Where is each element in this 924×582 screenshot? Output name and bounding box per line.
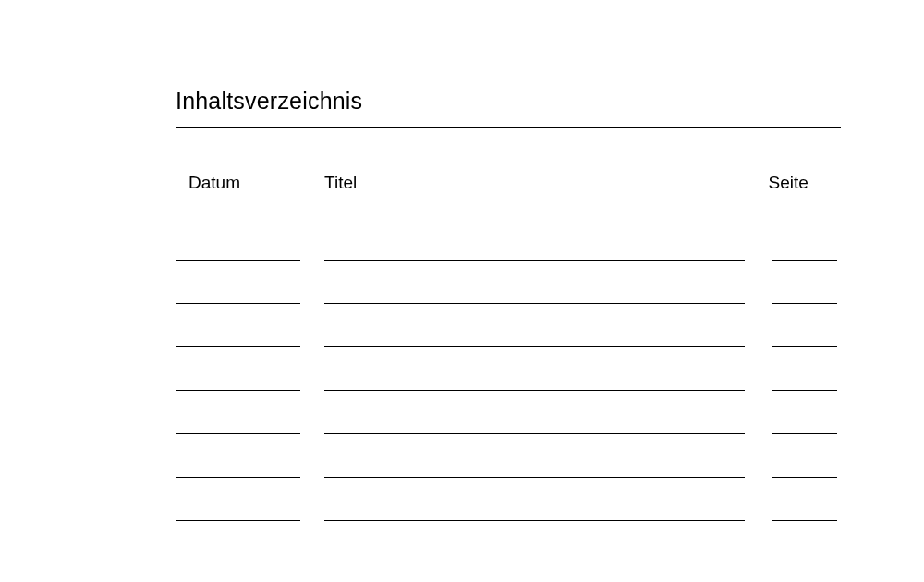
cell-datum	[176, 390, 300, 391]
cell-seite	[772, 303, 837, 304]
column-header-datum: Datum	[188, 173, 324, 193]
cell-seite	[772, 390, 837, 391]
toc-row	[176, 303, 841, 304]
cell-seite	[772, 564, 837, 564]
toc-row	[176, 564, 841, 564]
toc-row	[176, 390, 841, 391]
cell-seite	[772, 520, 837, 521]
cell-titel	[324, 390, 745, 391]
toc-row	[176, 433, 841, 434]
cell-datum	[176, 346, 300, 347]
cell-seite	[772, 433, 837, 434]
title-divider	[176, 127, 841, 128]
toc-row	[176, 346, 841, 347]
cell-seite	[772, 477, 837, 478]
cell-datum	[176, 303, 300, 304]
cell-datum	[176, 260, 300, 261]
column-headers: Datum Titel Seite	[176, 173, 841, 193]
cell-seite	[772, 260, 837, 261]
cell-titel	[324, 260, 745, 261]
toc-row	[176, 477, 841, 478]
cell-titel	[324, 520, 745, 521]
cell-titel	[324, 564, 745, 564]
cell-titel	[324, 477, 745, 478]
cell-titel	[324, 303, 745, 304]
column-header-titel: Titel	[324, 173, 768, 193]
cell-titel	[324, 346, 745, 347]
column-header-seite: Seite	[769, 173, 841, 193]
cell-datum	[176, 520, 300, 521]
cell-titel	[324, 433, 745, 434]
cell-datum	[176, 564, 300, 564]
page-title: Inhaltsverzeichnis	[176, 88, 841, 115]
cell-datum	[176, 433, 300, 434]
toc-row	[176, 520, 841, 521]
toc-row	[176, 260, 841, 261]
toc-container: Inhaltsverzeichnis Datum Titel Seite	[176, 88, 841, 564]
cell-seite	[772, 346, 837, 347]
cell-datum	[176, 477, 300, 478]
toc-rows	[176, 260, 841, 564]
